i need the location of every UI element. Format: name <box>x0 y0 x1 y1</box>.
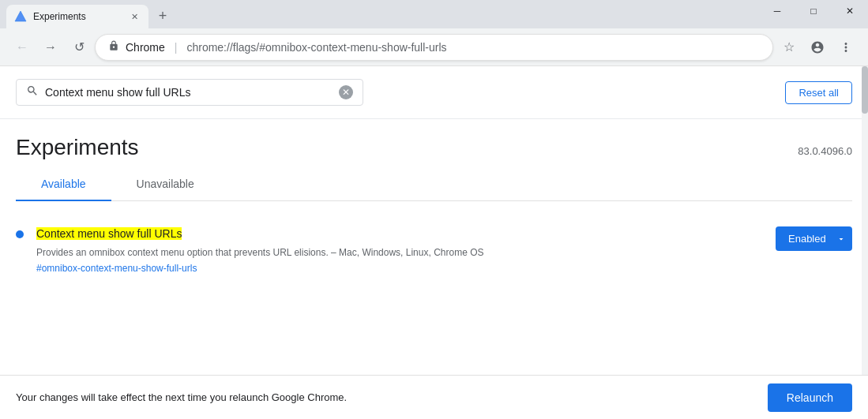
bottom-message: Your changes will take effect the next t… <box>16 391 347 403</box>
flag-name: Context menu show full URLs <box>36 227 182 240</box>
reset-all-button[interactable]: Reset all <box>785 81 852 104</box>
back-button[interactable]: ← <box>9 35 35 60</box>
tab-close-button[interactable]: ✕ <box>128 10 141 23</box>
forward-button[interactable]: → <box>38 35 63 60</box>
flag-indicator-dot <box>16 230 24 238</box>
flag-description: Provides an omnibox context menu option … <box>36 245 763 260</box>
svg-marker-0 <box>15 11 26 21</box>
tab-available[interactable]: Available <box>16 168 111 201</box>
bookmark-button[interactable]: ☆ <box>776 35 802 60</box>
omnibox-site: Chrome <box>126 41 165 54</box>
browser-toolbar: ← → ↺ Chrome | chrome://flags/#omnibox-c… <box>0 28 868 66</box>
active-tab[interactable]: Experiments ✕ <box>6 5 148 28</box>
title-bar: Experiments ✕ + ─ □ ✕ <box>0 0 868 28</box>
new-tab-button[interactable]: + <box>152 5 174 27</box>
menu-button[interactable] <box>833 35 859 60</box>
search-area: ✕ Reset all <box>0 66 868 119</box>
tab-strip: Experiments ✕ + <box>0 0 174 28</box>
content-wrapper: Experiments 83.0.4096.0 Available Unavai… <box>0 119 868 283</box>
page-title: Experiments <box>16 135 139 160</box>
omnibox-separator: | <box>175 41 178 54</box>
version-label: 83.0.4096.0 <box>798 145 852 157</box>
window-controls: ─ □ ✕ <box>759 0 868 22</box>
minimize-button[interactable]: ─ <box>759 0 795 22</box>
omnibox-url: chrome://flags/#omnibox-context-menu-sho… <box>186 41 760 54</box>
relaunch-button[interactable]: Relaunch <box>768 383 852 412</box>
scrollbar-thumb[interactable] <box>862 66 868 114</box>
tab-title: Experiments <box>33 11 122 22</box>
tabs-bar: Available Unavailable <box>16 168 852 201</box>
flag-status-select[interactable]: Default Enabled Disabled <box>776 226 852 251</box>
search-box[interactable]: ✕ <box>16 79 363 106</box>
scrollable-content: Experiments 83.0.4096.0 Available Unavai… <box>0 119 868 419</box>
main-area: ✕ Reset all Experiments 83.0.4096.0 Avai… <box>0 66 868 419</box>
page-header: Experiments 83.0.4096.0 <box>16 119 852 168</box>
lock-icon <box>108 40 119 54</box>
tab-unavailable[interactable]: Unavailable <box>111 168 220 201</box>
flag-content: Context menu show full URLs Provides an … <box>36 226 763 274</box>
maximize-button[interactable]: □ <box>795 0 832 22</box>
tab-favicon-icon <box>14 10 27 23</box>
scrollbar-track[interactable] <box>862 66 868 375</box>
flag-item: Context menu show full URLs Provides an … <box>16 217 852 283</box>
bottom-bar: Your changes will take effect the next t… <box>0 375 868 419</box>
search-clear-button[interactable]: ✕ <box>339 85 353 99</box>
flag-link[interactable]: #omnibox-context-menu-show-full-urls <box>36 263 763 274</box>
flag-control: Default Enabled Disabled <box>776 226 852 251</box>
search-input[interactable] <box>45 86 333 99</box>
profile-button[interactable] <box>805 35 830 60</box>
reload-button[interactable]: ↺ <box>66 35 92 60</box>
close-button[interactable]: ✕ <box>832 0 868 22</box>
search-icon <box>26 84 39 100</box>
toolbar-icons: ☆ <box>776 35 859 60</box>
omnibox[interactable]: Chrome | chrome://flags/#omnibox-context… <box>95 34 773 61</box>
